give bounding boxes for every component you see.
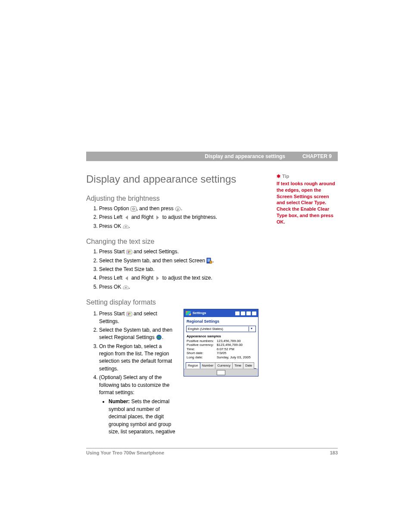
ss-samples-table: Positive numbers:123,456,789.00 Positive… <box>184 339 258 360</box>
list-display-formats: Press Start and select Settings. Select … <box>86 309 176 437</box>
ok-badge-icon <box>235 311 240 315</box>
ok-key-icon: ok <box>123 224 129 229</box>
left-arrow-icon <box>124 276 130 281</box>
list-item: Press Left and Right to adjust the brigh… <box>99 214 258 221</box>
ss-samples-label: Appearance samples <box>184 332 258 339</box>
svg-rect-21 <box>128 314 129 315</box>
heading-display-formats: Setting display formats <box>86 299 258 306</box>
list-item: Press Start and select Settings. <box>99 310 176 325</box>
option-key-icon <box>131 206 137 212</box>
tab-currency[interactable]: Currency <box>215 362 232 369</box>
screen-app-icon <box>206 258 212 264</box>
list-item: (Optional) Select any of the following t… <box>99 374 176 436</box>
tab-time[interactable]: Time <box>232 362 243 369</box>
page-footer: Using Your Treo 700w Smartphone 183 <box>86 448 338 455</box>
svg-rect-11 <box>129 252 131 253</box>
svg-marker-4 <box>125 215 128 220</box>
svg-rect-8 <box>128 251 129 252</box>
tip-text: If text looks rough around the edges, op… <box>277 180 337 225</box>
list-item: Press Left and Right to adjust the text … <box>99 274 258 282</box>
right-arrow-icon <box>155 276 161 281</box>
start-key-icon <box>126 249 132 255</box>
p-key-icon: p <box>175 206 181 212</box>
svg-marker-15 <box>125 276 128 280</box>
page-number: 183 <box>330 450 338 455</box>
list-item: Press Start and select Settings. <box>99 248 258 255</box>
svg-text:p: p <box>177 207 179 211</box>
tip-label: Tip <box>282 174 289 179</box>
tab-number[interactable]: Number <box>200 362 216 369</box>
ss-region-dropdown[interactable]: English (United States) ▾ <box>186 326 256 332</box>
ok-key-icon: ok <box>123 285 129 290</box>
windows-flag-icon <box>186 311 191 315</box>
list-item: Select the System tab, and then select R… <box>99 327 176 342</box>
header-section: Display and appearance settings <box>205 152 285 161</box>
battery-icon <box>246 311 251 315</box>
chapter-header: Display and appearance settings CHAPTER … <box>86 152 338 161</box>
list-item: Press Option , and then press p. <box>99 205 258 212</box>
tip-sidebar: ✱Tip If text looks rough around the edge… <box>277 173 337 225</box>
signal-icon <box>241 311 245 315</box>
svg-rect-18 <box>126 312 132 316</box>
header-chapter: CHAPTER 9 <box>302 152 332 161</box>
tab-date[interactable]: Date <box>243 362 254 369</box>
ss-tabs: Region Number Currency Time Date <box>186 362 256 369</box>
heading-brightness: Adjusting the brightness <box>86 195 258 202</box>
list-item: Press OK ok. <box>99 283 258 291</box>
page-title: Display and appearance settings <box>86 173 258 185</box>
main-content: Display and appearance settings Adjustin… <box>86 173 258 437</box>
svg-rect-19 <box>128 313 129 314</box>
list-text-size: Press Start and select Settings. Select … <box>86 248 258 291</box>
svg-rect-7 <box>126 250 132 254</box>
left-arrow-icon <box>124 215 130 220</box>
list-item: Select the Text Size tab. <box>99 266 258 273</box>
start-key-icon <box>126 311 132 317</box>
ss-titlebar: Settings <box>184 309 258 317</box>
svg-rect-20 <box>129 313 131 314</box>
svg-text:ok: ok <box>125 226 127 228</box>
svg-text:ok: ok <box>125 286 127 289</box>
keyboard-icon[interactable] <box>217 370 225 375</box>
tab-region[interactable]: Region <box>186 362 200 369</box>
svg-marker-5 <box>156 215 159 220</box>
ss-sip-bar <box>184 369 258 376</box>
regional-app-icon <box>156 334 162 340</box>
ss-heading: Regional Settings <box>184 317 258 326</box>
svg-rect-9 <box>129 251 131 252</box>
chevron-down-icon: ▾ <box>249 327 254 331</box>
list-item: On the Region tab, select a region from … <box>99 343 176 373</box>
list-item: Select the System tab, and then select S… <box>99 257 258 264</box>
list-brightness: Press Option , and then press p. Press L… <box>86 205 258 230</box>
close-icon <box>252 311 256 315</box>
regional-settings-screenshot: Settings Regional Settings English (Unit… <box>184 309 258 376</box>
svg-rect-10 <box>128 252 129 253</box>
tip-star-icon: ✱ <box>277 174 280 179</box>
svg-rect-22 <box>129 314 131 315</box>
svg-marker-16 <box>156 276 159 280</box>
bullet-item: Number: Sets the decimal symbol and numb… <box>109 398 176 436</box>
svg-rect-13 <box>208 258 210 261</box>
list-item: Press OK ok. <box>99 223 258 230</box>
heading-text-size: Changing the text size <box>86 238 258 246</box>
footer-title: Using Your Treo 700w Smartphone <box>86 450 164 455</box>
svg-rect-0 <box>131 207 136 212</box>
right-arrow-icon <box>155 215 161 220</box>
